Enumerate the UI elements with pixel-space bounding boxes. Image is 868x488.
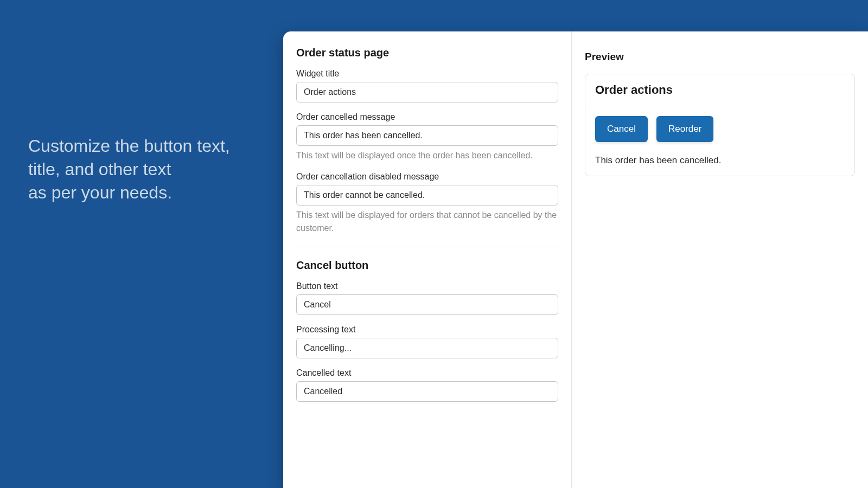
field-group-processing-text: Processing text: [296, 325, 558, 358]
button-text-input[interactable]: [296, 294, 558, 315]
preview-reorder-button[interactable]: Reorder: [656, 116, 713, 142]
button-text-label: Button text: [296, 281, 558, 291]
section-order-status-title: Order status page: [296, 47, 558, 59]
field-group-button-text: Button text: [296, 281, 558, 315]
preview-column: Preview Order actions Cancel Reorder Thi…: [572, 31, 868, 488]
field-group-cancelled-text: Cancelled text: [296, 368, 558, 402]
widget-title-label: Widget title: [296, 69, 558, 79]
cancellation-disabled-message-label: Order cancellation disabled message: [296, 172, 558, 182]
form-column: Order status page Widget title Order can…: [283, 31, 572, 488]
marketing-copy: Customize the button text, title, and ot…: [28, 134, 230, 205]
preview-buttons-row: Cancel Reorder: [595, 116, 845, 142]
section-divider: [296, 247, 558, 247]
field-group-cancellation-disabled-message: Order cancellation disabled message This…: [296, 172, 558, 235]
cancelled-message-input[interactable]: [296, 125, 558, 146]
cancelled-message-help: This text will be displayed once the ord…: [296, 149, 558, 162]
field-group-widget-title: Widget title: [296, 69, 558, 102]
section-cancel-button-title: Cancel button: [296, 259, 558, 272]
cancelled-message-label: Order cancelled message: [296, 112, 558, 122]
processing-text-label: Processing text: [296, 325, 558, 335]
marketing-line-2: title, and other text: [28, 158, 230, 181]
preview-message: This order has been cancelled.: [595, 155, 845, 166]
preview-card-header: Order actions: [585, 74, 854, 106]
preview-title: Preview: [585, 51, 855, 63]
settings-panel: Order status page Widget title Order can…: [283, 31, 868, 488]
field-group-cancelled-message: Order cancelled message This text will b…: [296, 112, 558, 162]
marketing-line-1: Customize the button text,: [28, 134, 230, 158]
widget-title-input[interactable]: [296, 82, 558, 102]
marketing-line-3: as per your needs.: [28, 181, 230, 204]
preview-card-body: Cancel Reorder This order has been cance…: [585, 106, 854, 176]
cancelled-text-input[interactable]: [296, 381, 558, 402]
preview-card-title: Order actions: [595, 83, 845, 97]
cancellation-disabled-message-input[interactable]: [296, 185, 558, 206]
preview-cancel-button[interactable]: Cancel: [595, 116, 648, 142]
cancelled-text-label: Cancelled text: [296, 368, 558, 378]
preview-card: Order actions Cancel Reorder This order …: [585, 74, 855, 176]
processing-text-input[interactable]: [296, 338, 558, 358]
cancellation-disabled-message-help: This text will be displayed for orders t…: [296, 209, 558, 235]
